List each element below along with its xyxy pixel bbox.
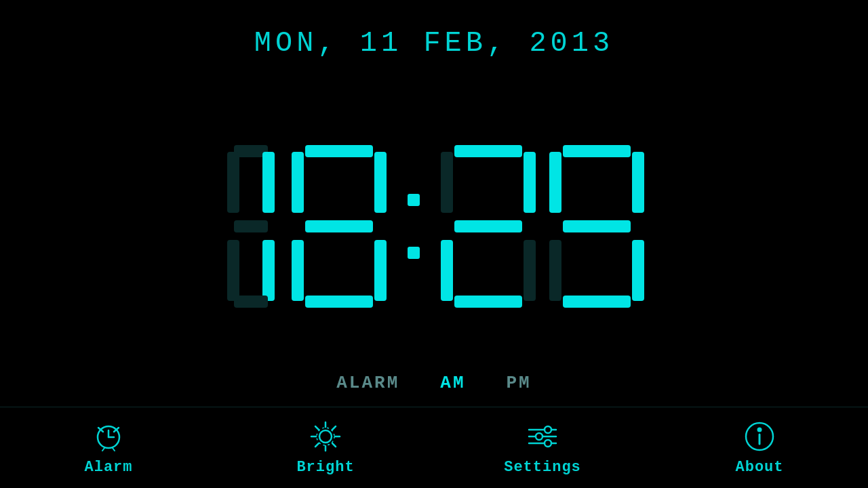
digit-1 xyxy=(224,145,278,308)
pm-indicator: PM xyxy=(507,373,532,393)
date-display: MON, 11 FEB, 2013 xyxy=(254,27,614,60)
nav-about[interactable]: About xyxy=(692,420,827,476)
clock-digits xyxy=(224,145,644,308)
svg-line-15 xyxy=(315,443,319,447)
alarm-indicator: ALARM xyxy=(336,373,399,393)
bottom-nav: Alarm Bright Settings xyxy=(0,407,868,488)
svg-line-14 xyxy=(332,426,336,430)
svg-point-22 xyxy=(545,440,551,447)
svg-line-5 xyxy=(102,448,104,451)
svg-line-12 xyxy=(315,426,319,430)
nav-bright[interactable]: Bright xyxy=(258,420,393,476)
brightness-icon xyxy=(309,420,342,453)
alarm-label: Alarm xyxy=(84,459,132,476)
svg-point-25 xyxy=(758,428,762,432)
indicators: ALARM AM PM xyxy=(336,373,531,400)
digit-9 xyxy=(549,145,644,308)
alarm-clock-icon xyxy=(92,420,125,453)
nav-alarm[interactable]: Alarm xyxy=(41,420,176,476)
nav-settings[interactable]: Settings xyxy=(475,420,610,476)
bright-label: Bright xyxy=(296,459,354,476)
am-indicator: AM xyxy=(440,373,465,393)
colon xyxy=(400,145,427,308)
svg-point-7 xyxy=(319,430,332,443)
svg-line-13 xyxy=(332,443,336,447)
info-icon xyxy=(743,420,776,453)
svg-point-21 xyxy=(536,433,542,440)
svg-line-6 xyxy=(113,448,115,451)
svg-point-20 xyxy=(545,426,551,433)
digit-2 xyxy=(441,145,536,308)
settings-label: Settings xyxy=(504,459,581,476)
digit-8 xyxy=(292,145,387,308)
settings-icon xyxy=(526,420,559,453)
about-label: About xyxy=(735,459,783,476)
clock-area xyxy=(224,80,644,373)
